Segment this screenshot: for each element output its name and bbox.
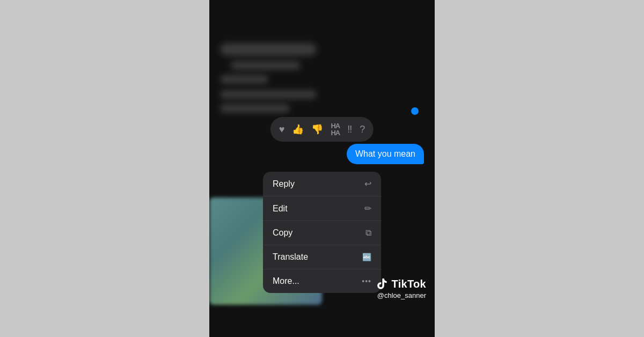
- tiktok-handle: @chloe_sanner: [377, 291, 426, 299]
- copy-icon: ⧉: [365, 228, 371, 238]
- blur-block-4: [220, 90, 317, 99]
- message-bubble: What you mean: [347, 144, 424, 164]
- menu-item-copy[interactable]: Copy ⧉: [263, 221, 381, 245]
- tiktok-watermark: TikTok @chloe_sanner: [376, 277, 426, 299]
- menu-item-more[interactable]: More... •••: [263, 269, 381, 293]
- message-bubble-container: What you mean: [347, 144, 424, 164]
- menu-item-reply[interactable]: Reply ↩: [263, 172, 381, 196]
- reaction-bar: ♥ 👍 👎 HAHA ‼ ?: [270, 117, 374, 142]
- blurred-chat-messages: [220, 43, 355, 118]
- blur-block-2: [231, 61, 301, 70]
- phone-screen: ♥ 👍 👎 HAHA ‼ ? What you mean Reply ↩ Edi…: [209, 0, 435, 337]
- haha-reaction-icon[interactable]: HAHA: [331, 122, 340, 136]
- blur-block-1: [220, 43, 317, 56]
- menu-item-edit[interactable]: Edit ✏: [263, 196, 381, 221]
- tiktok-logo-row: TikTok: [376, 277, 426, 290]
- edit-label: Edit: [273, 204, 288, 214]
- translate-label: Translate: [273, 252, 308, 262]
- menu-item-translate[interactable]: Translate 🔤: [263, 245, 381, 269]
- edit-icon: ✏: [364, 203, 371, 214]
- context-menu: Reply ↩ Edit ✏ Copy ⧉ Translate 🔤 More..…: [263, 172, 381, 293]
- copy-label: Copy: [273, 228, 292, 238]
- thumbsdown-reaction-icon[interactable]: 👎: [311, 124, 323, 134]
- thumbsup-reaction-icon[interactable]: 👍: [292, 124, 304, 134]
- blur-block-5: [220, 104, 290, 113]
- blur-block-3: [220, 75, 268, 84]
- message-text: What you mean: [355, 149, 415, 158]
- tiktok-icon: [376, 277, 389, 290]
- more-label: More...: [273, 276, 299, 286]
- tiktok-brand-text: TikTok: [392, 278, 426, 290]
- emphasis-reaction-icon[interactable]: ‼: [347, 124, 352, 134]
- translate-icon: 🔤: [362, 253, 371, 261]
- more-icon: •••: [362, 277, 371, 285]
- reply-label: Reply: [273, 179, 295, 189]
- heart-reaction-icon[interactable]: ♥: [279, 124, 285, 134]
- reply-icon: ↩: [364, 179, 371, 189]
- blue-indicator-dot: [411, 107, 419, 115]
- question-reaction-icon[interactable]: ?: [360, 124, 365, 134]
